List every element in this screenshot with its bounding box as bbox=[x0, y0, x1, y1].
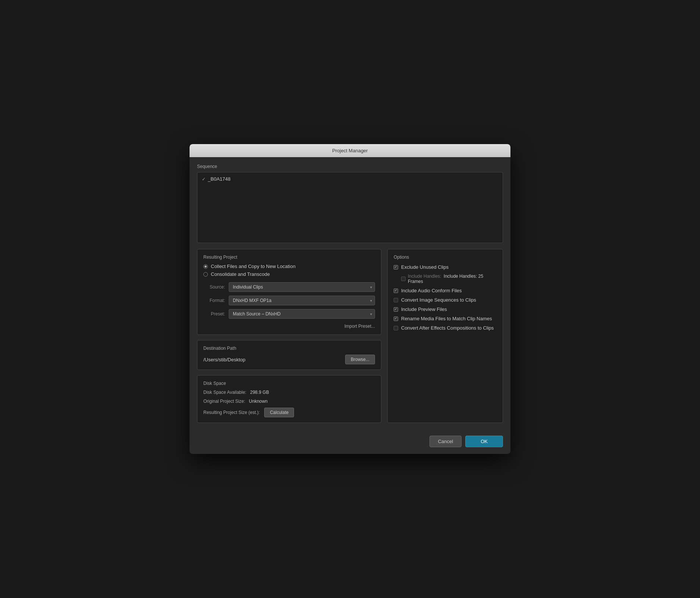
disk-original-label: Original Project Size: bbox=[203, 399, 245, 404]
option-include-preview-files[interactable]: Include Preview Files bbox=[394, 306, 497, 312]
disk-original-value: Unknown bbox=[249, 399, 268, 404]
include-audio-conform-checkbox bbox=[394, 289, 398, 293]
source-select[interactable]: Individual Clips bbox=[229, 282, 375, 292]
include-handles-label: Include Handles: Include Handles: 25 Fra… bbox=[408, 274, 497, 284]
disk-calc-row: Resulting Project Size (est.): Calculate bbox=[203, 408, 375, 417]
sequence-item[interactable]: ✓ _B0A1748 bbox=[202, 176, 498, 182]
disk-available-row: Disk Space Available: 298.9 GB bbox=[203, 390, 375, 395]
exclude-unused-clips-label: Exclude Unused Clips bbox=[401, 264, 449, 270]
convert-image-sequences-checkbox bbox=[394, 298, 398, 302]
radio-collect-label: Collect Files and Copy to New Location bbox=[211, 264, 296, 269]
disk-resulting-label: Resulting Project Size (est.): bbox=[203, 410, 260, 415]
title-bar: Project Manager bbox=[190, 144, 510, 157]
include-preview-files-checkbox bbox=[394, 307, 398, 312]
radio-collect[interactable]: Collect Files and Copy to New Location bbox=[203, 264, 375, 269]
rename-media-files-checkbox bbox=[394, 317, 398, 321]
include-handles-row: Include Handles: Include Handles: 25 Fra… bbox=[394, 274, 497, 284]
preset-select[interactable]: Match Source – DNxHD bbox=[229, 309, 375, 319]
rename-media-files-label: Rename Media Files to Match Clip Names bbox=[401, 316, 492, 321]
format-row: Format: DNxHD MXF OP1a ▾ bbox=[203, 296, 375, 305]
option-include-audio-conform[interactable]: Include Audio Conform Files bbox=[394, 288, 497, 293]
radio-collect-dot bbox=[203, 264, 208, 269]
preset-select-wrapper: Match Source – DNxHD ▾ bbox=[229, 309, 375, 319]
option-exclude-unused-clips[interactable]: Exclude Unused Clips bbox=[394, 264, 497, 270]
disk-available-label: Disk Space Available: bbox=[203, 390, 246, 395]
disk-space-panel: Disk Space Disk Space Available: 298.9 G… bbox=[197, 375, 381, 423]
disk-available-value: 298.9 GB bbox=[250, 390, 269, 395]
source-label: Source: bbox=[203, 284, 225, 290]
path-row: /Users/stib/Desktop Browse... bbox=[203, 355, 375, 364]
cancel-button[interactable]: Cancel bbox=[429, 436, 462, 447]
options-panel: Options Exclude Unused Clips Include Han… bbox=[387, 249, 503, 423]
disk-space-label: Disk Space bbox=[203, 381, 375, 386]
preset-row: Preset: Match Source – DNxHD ▾ bbox=[203, 309, 375, 319]
path-value: /Users/stib/Desktop bbox=[203, 357, 342, 362]
radio-consolidate[interactable]: Consolidate and Transcode bbox=[203, 271, 375, 277]
dialog-footer: Cancel OK bbox=[190, 430, 510, 454]
dialog-title: Project Manager bbox=[332, 148, 368, 153]
sequence-check-icon: ✓ bbox=[202, 177, 206, 182]
disk-info: Disk Space Available: 298.9 GB Original … bbox=[203, 390, 375, 417]
convert-ae-compositions-checkbox bbox=[394, 326, 398, 330]
destination-path-label: Destination Path bbox=[203, 346, 375, 351]
sequence-item-name: _B0A1748 bbox=[208, 176, 231, 182]
option-convert-image-sequences[interactable]: Convert Image Sequences to Clips bbox=[394, 297, 497, 303]
import-preset-row: Import Preset... bbox=[203, 323, 375, 329]
browse-button[interactable]: Browse... bbox=[345, 355, 375, 364]
resulting-project-panel: Resulting Project Collect Files and Copy… bbox=[197, 249, 381, 335]
destination-path-panel: Destination Path /Users/stib/Desktop Bro… bbox=[197, 340, 381, 370]
format-select-wrapper: DNxHD MXF OP1a ▾ bbox=[229, 296, 375, 305]
resulting-project-label: Resulting Project bbox=[203, 255, 375, 260]
include-preview-files-label: Include Preview Files bbox=[401, 306, 447, 312]
format-label: Format: bbox=[203, 298, 225, 303]
convert-ae-compositions-label: Convert After Effects Compositions to Cl… bbox=[401, 325, 494, 331]
project-manager-dialog: Project Manager Sequence ✓ _B0A1748 Resu… bbox=[190, 144, 510, 454]
convert-image-sequences-label: Convert Image Sequences to Clips bbox=[401, 297, 476, 303]
radio-consolidate-dot bbox=[203, 272, 208, 277]
source-select-wrapper: Individual Clips ▾ bbox=[229, 282, 375, 292]
preset-label: Preset: bbox=[203, 311, 225, 317]
source-row: Source: Individual Clips ▾ bbox=[203, 282, 375, 292]
format-select[interactable]: DNxHD MXF OP1a bbox=[229, 296, 375, 305]
sequence-label: Sequence bbox=[197, 164, 503, 169]
radio-group: Collect Files and Copy to New Location C… bbox=[203, 264, 375, 277]
options-label: Options bbox=[394, 255, 497, 260]
import-preset-button[interactable]: Import Preset... bbox=[344, 324, 375, 329]
ok-button[interactable]: OK bbox=[465, 436, 503, 447]
radio-consolidate-label: Consolidate and Transcode bbox=[211, 271, 270, 277]
include-audio-conform-label: Include Audio Conform Files bbox=[401, 288, 462, 293]
options-column: Options Exclude Unused Clips Include Han… bbox=[387, 249, 503, 423]
option-convert-ae-compositions[interactable]: Convert After Effects Compositions to Cl… bbox=[394, 325, 497, 331]
calculate-button[interactable]: Calculate bbox=[264, 408, 294, 417]
sequence-box: ✓ _B0A1748 bbox=[197, 172, 503, 243]
option-rename-media-files[interactable]: Rename Media Files to Match Clip Names bbox=[394, 316, 497, 321]
exclude-unused-clips-checkbox bbox=[394, 265, 398, 270]
include-handles-checkbox[interactable] bbox=[401, 277, 406, 281]
disk-original-row: Original Project Size: Unknown bbox=[203, 399, 375, 404]
